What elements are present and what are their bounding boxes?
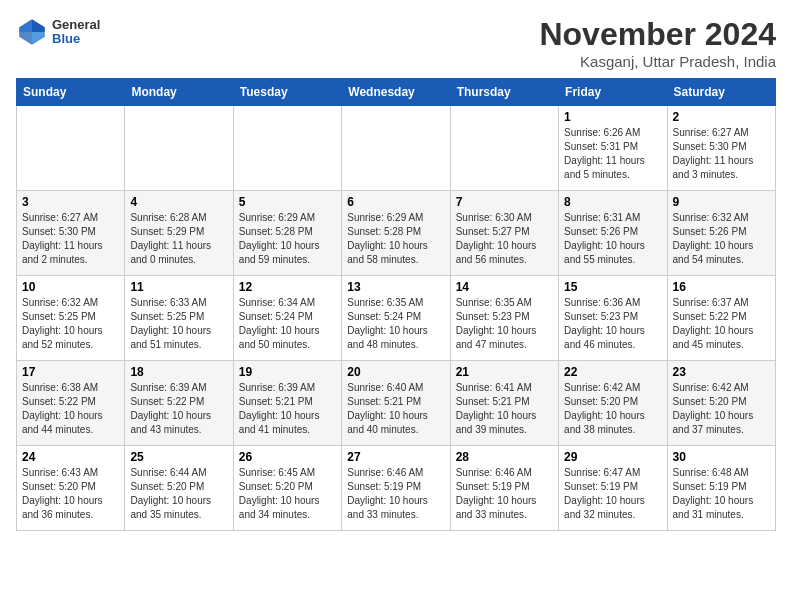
day-info: Sunrise: 6:46 AMSunset: 5:19 PMDaylight:… — [347, 466, 444, 522]
logo-blue: Blue — [52, 32, 100, 46]
calendar-cell: 29Sunrise: 6:47 AMSunset: 5:19 PMDayligh… — [559, 446, 667, 531]
calendar-cell — [233, 106, 341, 191]
day-info: Sunrise: 6:33 AMSunset: 5:25 PMDaylight:… — [130, 296, 227, 352]
logo-text: General Blue — [52, 18, 100, 47]
calendar-cell — [450, 106, 558, 191]
calendar-cell: 2Sunrise: 6:27 AMSunset: 5:30 PMDaylight… — [667, 106, 775, 191]
calendar-cell: 17Sunrise: 6:38 AMSunset: 5:22 PMDayligh… — [17, 361, 125, 446]
day-info: Sunrise: 6:48 AMSunset: 5:19 PMDaylight:… — [673, 466, 770, 522]
day-number: 14 — [456, 280, 553, 294]
day-info: Sunrise: 6:43 AMSunset: 5:20 PMDaylight:… — [22, 466, 119, 522]
calendar-cell: 14Sunrise: 6:35 AMSunset: 5:23 PMDayligh… — [450, 276, 558, 361]
day-info: Sunrise: 6:30 AMSunset: 5:27 PMDaylight:… — [456, 211, 553, 267]
calendar-cell — [342, 106, 450, 191]
day-info: Sunrise: 6:32 AMSunset: 5:26 PMDaylight:… — [673, 211, 770, 267]
day-info: Sunrise: 6:42 AMSunset: 5:20 PMDaylight:… — [564, 381, 661, 437]
day-number: 18 — [130, 365, 227, 379]
day-info: Sunrise: 6:45 AMSunset: 5:20 PMDaylight:… — [239, 466, 336, 522]
day-info: Sunrise: 6:39 AMSunset: 5:22 PMDaylight:… — [130, 381, 227, 437]
day-info: Sunrise: 6:46 AMSunset: 5:19 PMDaylight:… — [456, 466, 553, 522]
day-number: 21 — [456, 365, 553, 379]
location: Kasganj, Uttar Pradesh, India — [539, 53, 776, 70]
svg-marker-1 — [32, 19, 45, 32]
day-number: 9 — [673, 195, 770, 209]
day-number: 11 — [130, 280, 227, 294]
day-number: 2 — [673, 110, 770, 124]
day-number: 26 — [239, 450, 336, 464]
day-info: Sunrise: 6:37 AMSunset: 5:22 PMDaylight:… — [673, 296, 770, 352]
day-info: Sunrise: 6:35 AMSunset: 5:23 PMDaylight:… — [456, 296, 553, 352]
day-number: 19 — [239, 365, 336, 379]
day-number: 12 — [239, 280, 336, 294]
calendar-cell: 8Sunrise: 6:31 AMSunset: 5:26 PMDaylight… — [559, 191, 667, 276]
calendar-week-3: 10Sunrise: 6:32 AMSunset: 5:25 PMDayligh… — [17, 276, 776, 361]
svg-marker-4 — [19, 32, 32, 45]
day-number: 4 — [130, 195, 227, 209]
day-number: 6 — [347, 195, 444, 209]
day-number: 13 — [347, 280, 444, 294]
weekday-header-friday: Friday — [559, 79, 667, 106]
calendar-cell: 1Sunrise: 6:26 AMSunset: 5:31 PMDaylight… — [559, 106, 667, 191]
calendar-cell: 3Sunrise: 6:27 AMSunset: 5:30 PMDaylight… — [17, 191, 125, 276]
day-number: 22 — [564, 365, 661, 379]
title-section: November 2024 Kasganj, Uttar Pradesh, In… — [539, 16, 776, 70]
calendar-week-2: 3Sunrise: 6:27 AMSunset: 5:30 PMDaylight… — [17, 191, 776, 276]
day-info: Sunrise: 6:44 AMSunset: 5:20 PMDaylight:… — [130, 466, 227, 522]
calendar-cell: 19Sunrise: 6:39 AMSunset: 5:21 PMDayligh… — [233, 361, 341, 446]
calendar-cell: 6Sunrise: 6:29 AMSunset: 5:28 PMDaylight… — [342, 191, 450, 276]
day-number: 8 — [564, 195, 661, 209]
weekday-header-row: SundayMondayTuesdayWednesdayThursdayFrid… — [17, 79, 776, 106]
calendar-cell — [17, 106, 125, 191]
day-info: Sunrise: 6:32 AMSunset: 5:25 PMDaylight:… — [22, 296, 119, 352]
calendar-cell: 28Sunrise: 6:46 AMSunset: 5:19 PMDayligh… — [450, 446, 558, 531]
day-info: Sunrise: 6:27 AMSunset: 5:30 PMDaylight:… — [22, 211, 119, 267]
logo-general: General — [52, 18, 100, 32]
day-info: Sunrise: 6:42 AMSunset: 5:20 PMDaylight:… — [673, 381, 770, 437]
day-info: Sunrise: 6:35 AMSunset: 5:24 PMDaylight:… — [347, 296, 444, 352]
logo-icon — [16, 16, 48, 48]
day-info: Sunrise: 6:27 AMSunset: 5:30 PMDaylight:… — [673, 126, 770, 182]
calendar-cell: 18Sunrise: 6:39 AMSunset: 5:22 PMDayligh… — [125, 361, 233, 446]
day-info: Sunrise: 6:47 AMSunset: 5:19 PMDaylight:… — [564, 466, 661, 522]
day-info: Sunrise: 6:40 AMSunset: 5:21 PMDaylight:… — [347, 381, 444, 437]
calendar-cell: 20Sunrise: 6:40 AMSunset: 5:21 PMDayligh… — [342, 361, 450, 446]
svg-marker-2 — [32, 32, 45, 45]
month-title: November 2024 — [539, 16, 776, 53]
weekday-header-sunday: Sunday — [17, 79, 125, 106]
calendar-cell: 5Sunrise: 6:29 AMSunset: 5:28 PMDaylight… — [233, 191, 341, 276]
calendar-cell: 16Sunrise: 6:37 AMSunset: 5:22 PMDayligh… — [667, 276, 775, 361]
calendar-cell: 11Sunrise: 6:33 AMSunset: 5:25 PMDayligh… — [125, 276, 233, 361]
calendar-cell: 25Sunrise: 6:44 AMSunset: 5:20 PMDayligh… — [125, 446, 233, 531]
day-number: 23 — [673, 365, 770, 379]
day-number: 7 — [456, 195, 553, 209]
day-info: Sunrise: 6:28 AMSunset: 5:29 PMDaylight:… — [130, 211, 227, 267]
weekday-header-thursday: Thursday — [450, 79, 558, 106]
day-number: 10 — [22, 280, 119, 294]
calendar-cell — [125, 106, 233, 191]
day-number: 5 — [239, 195, 336, 209]
calendar-week-4: 17Sunrise: 6:38 AMSunset: 5:22 PMDayligh… — [17, 361, 776, 446]
weekday-header-monday: Monday — [125, 79, 233, 106]
calendar-cell: 15Sunrise: 6:36 AMSunset: 5:23 PMDayligh… — [559, 276, 667, 361]
calendar-cell: 22Sunrise: 6:42 AMSunset: 5:20 PMDayligh… — [559, 361, 667, 446]
calendar-cell: 9Sunrise: 6:32 AMSunset: 5:26 PMDaylight… — [667, 191, 775, 276]
logo: General Blue — [16, 16, 100, 48]
day-number: 29 — [564, 450, 661, 464]
calendar-cell: 13Sunrise: 6:35 AMSunset: 5:24 PMDayligh… — [342, 276, 450, 361]
day-number: 28 — [456, 450, 553, 464]
calendar-table: SundayMondayTuesdayWednesdayThursdayFrid… — [16, 78, 776, 531]
day-number: 20 — [347, 365, 444, 379]
day-info: Sunrise: 6:36 AMSunset: 5:23 PMDaylight:… — [564, 296, 661, 352]
day-info: Sunrise: 6:31 AMSunset: 5:26 PMDaylight:… — [564, 211, 661, 267]
calendar-cell: 23Sunrise: 6:42 AMSunset: 5:20 PMDayligh… — [667, 361, 775, 446]
day-info: Sunrise: 6:39 AMSunset: 5:21 PMDaylight:… — [239, 381, 336, 437]
day-number: 25 — [130, 450, 227, 464]
svg-marker-3 — [19, 19, 32, 32]
weekday-header-wednesday: Wednesday — [342, 79, 450, 106]
day-number: 15 — [564, 280, 661, 294]
calendar-cell: 12Sunrise: 6:34 AMSunset: 5:24 PMDayligh… — [233, 276, 341, 361]
day-number: 1 — [564, 110, 661, 124]
day-number: 30 — [673, 450, 770, 464]
calendar-cell: 24Sunrise: 6:43 AMSunset: 5:20 PMDayligh… — [17, 446, 125, 531]
calendar-cell: 10Sunrise: 6:32 AMSunset: 5:25 PMDayligh… — [17, 276, 125, 361]
